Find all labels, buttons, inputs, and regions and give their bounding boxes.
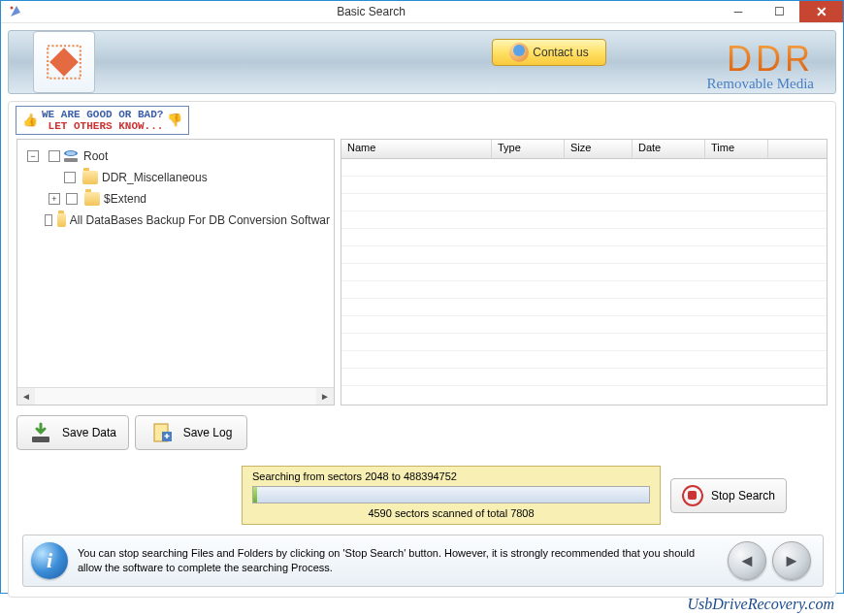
grid-row: [341, 211, 827, 229]
grid-row: [341, 351, 827, 369]
svg-rect-6: [64, 158, 78, 162]
header-banner: Contact us DDR Removable Media: [8, 30, 836, 94]
horizontal-scrollbar[interactable]: ◄ ►: [17, 387, 334, 405]
grid-row: [341, 281, 827, 299]
grid-row: [341, 194, 827, 211]
forward-button[interactable]: ►: [772, 541, 811, 580]
column-header-date[interactable]: Date: [633, 140, 705, 158]
stop-search-button[interactable]: Stop Search: [670, 478, 787, 513]
progress-fill: [253, 487, 257, 503]
svg-point-5: [66, 151, 76, 155]
progress-bar: [252, 486, 650, 503]
save-data-button[interactable]: Save Data: [16, 415, 129, 450]
stop-icon: [682, 485, 703, 506]
tree-label: DDR_Miscellaneous: [100, 171, 208, 184]
tree-label: $Extend: [102, 192, 146, 206]
svg-rect-3: [49, 48, 79, 77]
collapse-icon[interactable]: −: [27, 150, 39, 162]
scroll-track[interactable]: [35, 388, 316, 405]
tree-row[interactable]: DDR_Miscellaneous: [21, 167, 330, 188]
progress-box: Searching from sectors 2048 to 488394752…: [242, 466, 661, 525]
grid-row: [341, 316, 827, 334]
grid-header: Name Type Size Date Time: [341, 140, 827, 159]
grid-row: [341, 229, 827, 246]
grid-row: [341, 334, 827, 351]
tree-label: Root: [81, 149, 108, 163]
maximize-button[interactable]: ☐: [759, 1, 799, 22]
grid-body[interactable]: [341, 159, 827, 405]
svg-rect-7: [32, 437, 49, 442]
thumb-up-icon: 👍: [22, 113, 38, 128]
grid-row: [341, 246, 827, 264]
column-header-time[interactable]: Time: [705, 140, 768, 158]
minimize-button[interactable]: ─: [718, 1, 759, 22]
checkbox[interactable]: [64, 172, 76, 183]
folder-icon: [82, 171, 98, 184]
brand-main: DDR: [707, 39, 814, 80]
file-grid-panel: Name Type Size Date Time: [341, 139, 828, 405]
progress-scanned: 4590 sectors scanned of total 7808: [252, 507, 650, 519]
thumb-down-icon: 👎: [167, 113, 182, 128]
folder-tree-panel: − Root DDR_Miscellaneous: [16, 139, 335, 405]
close-button[interactable]: ✕: [799, 1, 843, 22]
checkbox[interactable]: [66, 193, 78, 205]
grid-row: [341, 159, 827, 177]
expand-icon[interactable]: +: [49, 193, 60, 205]
column-header-type[interactable]: Type: [492, 140, 565, 158]
brand-sub: Removable Media: [707, 76, 814, 92]
back-button[interactable]: ◄: [728, 541, 766, 580]
checkbox[interactable]: [45, 214, 51, 226]
tree-row[interactable]: All DataBases Backup For DB Conversion S…: [21, 210, 330, 231]
save-data-icon: [29, 421, 52, 444]
folder-tree[interactable]: − Root DDR_Miscellaneous: [17, 140, 334, 387]
save-log-icon: [150, 421, 174, 444]
app-logo: [33, 31, 95, 93]
contact-label: Contact us: [533, 46, 588, 59]
titlebar: Basic Search ─ ☐ ✕: [1, 1, 843, 23]
scroll-right-icon[interactable]: ►: [316, 388, 334, 405]
save-log-button[interactable]: Save Log: [135, 415, 247, 450]
progress-label: Searching from sectors 2048 to 488394752: [252, 470, 650, 482]
tree-row-root[interactable]: − Root: [21, 146, 330, 167]
app-icon: [7, 3, 24, 20]
save-log-label: Save Log: [183, 426, 233, 439]
grid-row: [341, 299, 827, 316]
main-panel: 👍 WE ARE GOOD OR BAD? LET OTHERS KNOW...…: [8, 101, 836, 598]
brand-block: DDR Removable Media: [707, 39, 814, 92]
window-title: Basic Search: [24, 5, 718, 18]
hint-bar: i You can stop searching Files and Folde…: [22, 535, 824, 587]
info-icon: i: [31, 542, 68, 579]
drive-icon: [62, 148, 80, 164]
grid-row: [341, 264, 827, 281]
checkbox[interactable]: [49, 150, 60, 162]
grid-row: [341, 369, 827, 386]
hint-text: You can stop searching Files and Folders…: [78, 546, 718, 576]
folder-icon: [57, 213, 66, 227]
tree-label: All DataBases Backup For DB Conversion S…: [68, 213, 330, 227]
save-data-label: Save Data: [62, 426, 116, 439]
column-header-size[interactable]: Size: [565, 140, 633, 158]
footer-link[interactable]: UsbDriveRecovery.com: [688, 596, 835, 613]
tree-row[interactable]: + $Extend: [21, 188, 330, 210]
scroll-left-icon[interactable]: ◄: [17, 388, 35, 405]
contact-us-button[interactable]: Contact us: [492, 39, 606, 66]
app-window: Basic Search ─ ☐ ✕ Contact us DDR Remova…: [0, 0, 844, 594]
folder-icon: [84, 192, 100, 206]
feedback-line2: LET OTHERS KNOW...: [42, 120, 163, 132]
contact-icon: [509, 43, 529, 62]
grid-row: [341, 177, 827, 194]
stop-label: Stop Search: [711, 489, 775, 503]
column-header-name[interactable]: Name: [341, 140, 492, 158]
feedback-link[interactable]: 👍 WE ARE GOOD OR BAD? LET OTHERS KNOW...…: [16, 106, 189, 135]
column-header-spacer: [768, 140, 827, 158]
feedback-line1: WE ARE GOOD OR BAD?: [42, 109, 163, 120]
svg-point-1: [11, 7, 14, 10]
